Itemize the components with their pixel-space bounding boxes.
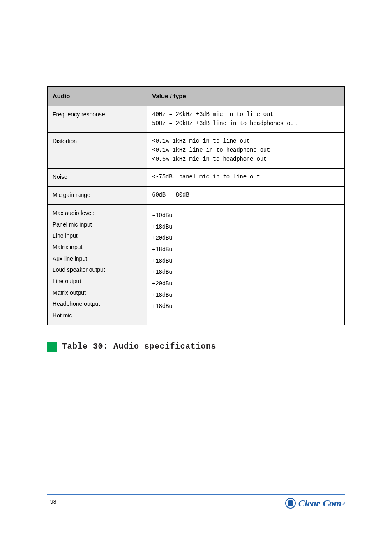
sub-label: Aux line input [53,254,142,264]
sub-value: +20dBu [152,280,339,289]
row-label: Distortion [48,133,147,169]
row-value: <0.1% 1kHz mic in to line out <0.1% 1kHz… [147,133,345,169]
col-header-audio: Audio [48,87,147,106]
brand-wordmark: Clear-Com [298,498,341,509]
page-number-value: 98 [50,498,57,505]
brand-logo: Clear-Com® [285,496,345,511]
footer-rule [47,493,345,493]
sub-value: +18dBu [152,268,339,277]
row-value: <-75dBu panel mic in to line out [147,169,345,187]
row-label-title: Max audio level: [53,209,142,218]
table-caption: Table 30: Audio specifications [47,342,345,352]
col-header-value: Value / type [147,87,345,106]
table-row: Distortion <0.1% 1kHz mic in to line out… [48,133,345,169]
registered-mark: ® [342,501,345,506]
sub-label: Loud speaker output [53,266,142,275]
sub-value: +18dBu [152,257,339,266]
sub-value: –10dBu [152,211,339,220]
sub-label: Matrix input [53,243,142,252]
value-line: 60dB – 80dB [152,191,339,200]
sub-value: +18dBu [152,223,339,232]
row-label: Frequency response [48,106,147,133]
sub-label: Line input [53,231,142,240]
row-label: Noise [48,169,147,187]
value-line: <0.1% 1kHz mic in to line out [152,137,339,146]
row-value: –10dBu +18dBu +20dBu +18dBu +18dBu +18dB… [147,204,345,325]
value-line: <0.5% 1kHz mic in to headphone out [152,155,339,164]
value-line: 50Hz – 20kHz ±3dB line in to headphones … [152,119,339,128]
sub-value: +20dBu [152,234,339,243]
value-line: <-75dBu panel mic in to line out [152,173,339,182]
page-number-separator [64,497,64,506]
row-label: Mic gain range [48,187,147,205]
audio-spec-table: Audio Value / type Frequency response 40… [47,86,345,325]
section-marker-icon [47,342,57,352]
table-row: Mic gain range 60dB – 80dB [48,187,345,205]
value-line: <0.1% 1kHz line in to headphone out [152,146,339,155]
sub-label: Headphone output [53,300,142,309]
brand-emblem-icon [285,498,296,509]
sub-value: +18dBu [152,302,339,311]
sub-label: Matrix output [53,289,142,298]
sub-label: Panel mic input [53,220,142,229]
row-label: Max audio level: Panel mic input Line in… [48,204,147,325]
value-line: 40Hz – 20kHz ±3dB mic in to line out [152,110,339,119]
caption-text: Table 30: Audio specifications [62,342,216,351]
sub-label: Hot mic [53,311,142,320]
table-row: Max audio level: Panel mic input Line in… [48,204,345,325]
row-value: 40Hz – 20kHz ±3dB mic in to line out 50H… [147,106,345,133]
footer-rule-under [47,494,345,495]
table-row: Noise <-75dBu panel mic in to line out [48,169,345,187]
sub-label: Line output [53,277,142,286]
sub-value: +18dBu [152,245,339,254]
table-header-row: Audio Value / type [48,87,345,106]
table-row: Frequency response 40Hz – 20kHz ±3dB mic… [48,106,345,133]
row-value: 60dB – 80dB [147,187,345,205]
page-number: 98 [50,497,67,506]
sub-value: +18dBu [152,291,339,300]
page: Audio Value / type Frequency response 40… [0,0,392,555]
